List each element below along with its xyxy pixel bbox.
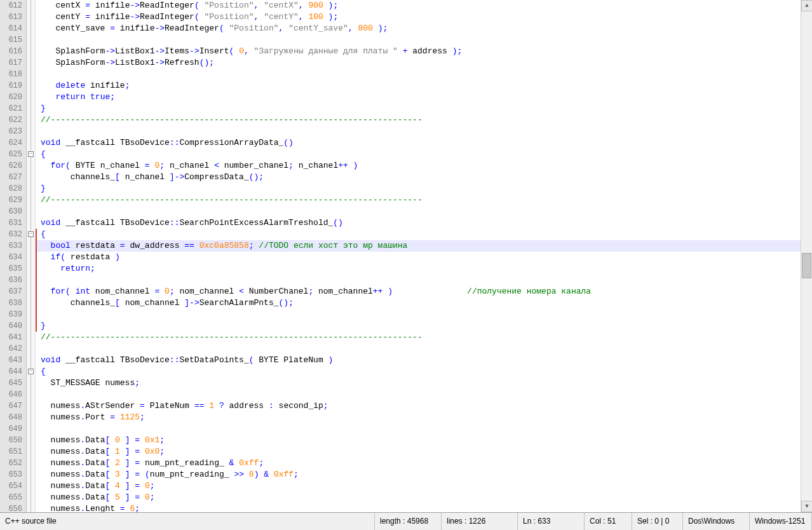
scroll-thumb[interactable] [802,253,811,278]
code-line[interactable]: numess.AStrSender = PlateNum == 1 ? addr… [36,400,801,412]
fold-cell[interactable] [27,57,35,69]
fold-cell[interactable] [27,343,35,355]
line-number-gutter[interactable]: 6126136146156166176186196206216226236246… [0,0,27,512]
vertical-scrollbar[interactable]: ▲ ▼ [801,0,812,512]
fold-cell[interactable] [27,355,35,366]
code-line[interactable]: ST_MESSAGE numess; [36,377,801,389]
fold-cell[interactable] [27,23,35,34]
fold-column[interactable]: −−− [27,0,36,512]
fold-cell[interactable] [27,0,35,11]
fold-cell[interactable] [27,389,35,400]
fold-cell[interactable] [27,435,35,446]
code-line[interactable]: { [36,366,801,377]
code-line[interactable] [36,206,801,217]
code-area[interactable]: centX = inifile->ReadInteger( "Position"… [36,0,801,512]
code-line[interactable]: void __fastcall TBsoDevice::SetDataPoint… [36,355,801,366]
fold-cell[interactable]: − [27,149,35,160]
code-line[interactable]: centY_save = inifile->ReadInteger( "Posi… [36,23,801,34]
code-line[interactable]: numess.Lenght = 6; [36,503,801,512]
code-line[interactable] [36,423,801,435]
scroll-down-button[interactable]: ▼ [801,501,812,512]
fold-cell[interactable] [27,492,35,503]
code-line[interactable]: for( int nom_channel = 0; nom_channel < … [36,286,801,297]
fold-cell[interactable] [27,469,35,480]
fold-box-icon[interactable]: − [28,369,34,374]
code-line[interactable]: bool restdata = dw_address == 0xc0a85858… [36,240,801,252]
fold-cell[interactable] [27,320,35,332]
code-line[interactable] [36,275,801,286]
code-line[interactable] [36,309,801,320]
fold-cell[interactable] [27,275,35,286]
code-line[interactable]: SplashForm->ListBox1->Refresh(); [36,57,801,69]
code-line[interactable]: } [36,320,801,332]
fold-cell[interactable]: − [27,366,35,377]
fold-cell[interactable] [27,458,35,469]
code-line[interactable]: //--------------------------------------… [36,332,801,343]
code-line[interactable]: SplashForm->ListBox1->Items->Insert( 0, … [36,46,801,57]
code-line[interactable]: delete inifile; [36,80,801,92]
code-line[interactable]: { [36,149,801,160]
fold-cell[interactable] [27,446,35,458]
fold-cell[interactable] [27,286,35,297]
fold-cell[interactable] [27,423,35,435]
code-line[interactable]: //--------------------------------------… [36,194,801,206]
fold-cell[interactable] [27,183,35,194]
fold-cell[interactable] [27,252,35,263]
code-line[interactable]: numess.Data[ 1 ] = 0x0; [36,446,801,458]
fold-cell[interactable] [27,114,35,126]
fold-cell[interactable] [27,172,35,183]
code-line[interactable] [36,389,801,400]
code-line[interactable] [36,34,801,46]
status-language[interactable]: C++ source file [0,513,375,530]
code-line[interactable]: centY = inifile->ReadInteger( "Position"… [36,11,801,23]
fold-cell[interactable] [27,80,35,92]
fold-cell[interactable] [27,377,35,389]
fold-cell[interactable] [27,160,35,172]
code-line[interactable] [36,69,801,80]
fold-cell[interactable] [27,206,35,217]
code-line[interactable]: //--------------------------------------… [36,114,801,126]
fold-box-icon[interactable]: − [28,151,34,157]
code-line[interactable]: numess.Port = 1125; [36,412,801,423]
code-line[interactable]: } [36,103,801,114]
status-eol[interactable]: Dos\Windows [683,513,750,530]
fold-cell[interactable] [27,240,35,252]
code-line[interactable]: void __fastcall TBsoDevice::SearchPointE… [36,217,801,229]
scroll-track[interactable] [801,11,812,501]
code-line[interactable]: for( BYTE n_chanel = 0; n_chanel < numbe… [36,160,801,172]
fold-box-icon[interactable]: − [28,231,34,237]
code-line[interactable]: { [36,229,801,240]
code-line[interactable]: numess.Data[ 5 ] = 0; [36,492,801,503]
fold-cell[interactable] [27,69,35,80]
fold-cell[interactable] [27,263,35,275]
code-line[interactable]: channels_[ nom_channel ]->SearchAlarmPnt… [36,297,801,309]
code-line[interactable]: numess.Data[ 4 ] = 0; [36,480,801,492]
fold-cell[interactable] [27,480,35,492]
code-line[interactable]: centX = inifile->ReadInteger( "Position"… [36,0,801,11]
fold-cell[interactable] [27,194,35,206]
code-line[interactable] [36,343,801,355]
code-line[interactable]: numess.Data[ 2 ] = num_pnt_reading_ & 0x… [36,458,801,469]
scroll-up-button[interactable]: ▲ [801,0,812,11]
code-line[interactable]: return true; [36,92,801,103]
fold-cell[interactable] [27,103,35,114]
fold-cell[interactable] [27,11,35,23]
fold-cell[interactable] [27,34,35,46]
status-encoding[interactable]: Windows-1251 [750,513,812,530]
code-line[interactable]: numess.Data[ 3 ] = (num_pnt_reading_ >> … [36,469,801,480]
code-line[interactable]: if( restdata ) [36,252,801,263]
fold-cell[interactable] [27,46,35,57]
fold-cell[interactable] [27,297,35,309]
code-line[interactable]: channels_[ n_chanel ]->CompressData_(); [36,172,801,183]
code-line[interactable]: return; [36,263,801,275]
fold-cell[interactable] [27,217,35,229]
fold-cell[interactable] [27,126,35,137]
fold-cell[interactable] [27,400,35,412]
code-line[interactable]: } [36,183,801,194]
fold-cell[interactable] [27,412,35,423]
fold-cell[interactable] [27,137,35,149]
fold-cell[interactable]: − [27,229,35,240]
fold-cell[interactable] [27,92,35,103]
code-line[interactable] [36,126,801,137]
code-line[interactable]: void __fastcall TBsoDevice::CompressionA… [36,137,801,149]
